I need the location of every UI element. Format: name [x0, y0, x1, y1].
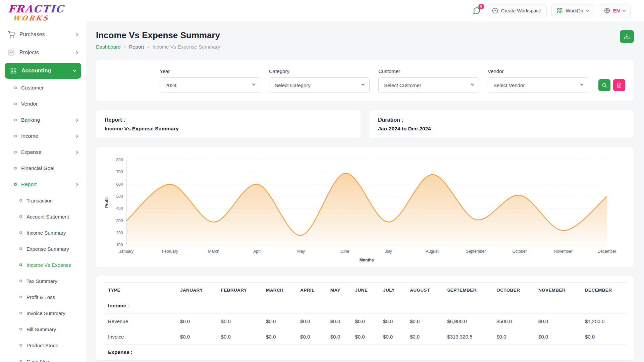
sidebar-item-invoice-summary[interactable]: Invoice Summary: [0, 305, 86, 321]
column-header-february: FEBRUARY: [216, 282, 261, 298]
sidebar-item-profit-loss[interactable]: Profit & Loss: [0, 289, 86, 305]
sidebar-item-purchases[interactable]: Purchases: [0, 25, 86, 44]
plus-circle-icon: [492, 8, 498, 14]
table-section-row: Expense :: [103, 344, 627, 360]
sidebar-item-report[interactable]: Report: [0, 176, 86, 192]
sidebar-item-projects[interactable]: Projects: [0, 44, 86, 62]
income-expense-table-card: TYPEJANUARYFEBRUARYMARCHAPRILMAYJUNEJULY…: [96, 276, 634, 360]
value-cell: $6,900.0: [442, 313, 492, 329]
search-button[interactable]: [598, 79, 610, 91]
sidebar-item-transaction[interactable]: Transaction: [0, 192, 86, 208]
sidebar-item-cash-flow[interactable]: Cash Flow: [0, 353, 86, 362]
sidebar-item-income-summary[interactable]: Income Summary: [0, 225, 86, 241]
bullet-icon: [19, 199, 22, 202]
sidebar-item-product-stock[interactable]: Product Stock: [0, 337, 86, 353]
bullet-icon: [19, 360, 22, 362]
vendor-label: Vendor: [488, 68, 588, 74]
breadcrumb-current: Income Vs Expense Summary: [152, 44, 220, 50]
breadcrumb-report[interactable]: Report: [129, 44, 144, 50]
sidebar-item-label: Transaction: [26, 198, 53, 203]
bullet-icon: [14, 167, 17, 170]
value-cell: $0.0: [580, 329, 627, 344]
sidebar-item-vendor[interactable]: Vendor: [0, 96, 86, 112]
sidebar-item-tax-summary[interactable]: Tax Summary: [0, 273, 86, 289]
sidebar-item-expense[interactable]: Expense: [0, 144, 86, 160]
chevron-down-icon: [73, 69, 76, 72]
value-cell: $0.0: [405, 313, 442, 329]
section-title: Income :: [103, 298, 627, 313]
column-header-july: JULY: [378, 282, 405, 298]
sidebar-item-label: Purchases: [19, 32, 45, 38]
breadcrumb: Dashboard › Report › Income Vs Expense S…: [96, 44, 220, 50]
sidebar-item-income[interactable]: Income: [0, 128, 86, 144]
column-header-january: JANUARY: [175, 282, 216, 298]
chevron-down-icon: [471, 82, 474, 86]
breadcrumb-dashboard[interactable]: Dashboard: [96, 44, 120, 50]
customer-select[interactable]: Select Customer: [378, 77, 479, 93]
value-cell: $0.0: [326, 329, 351, 344]
language-label: EN: [613, 8, 620, 13]
grid-icon: [557, 8, 563, 14]
value-cell: $0.0: [261, 313, 296, 329]
section-title: Expense :: [103, 344, 627, 360]
bullet-icon: [19, 231, 22, 234]
bullet-icon: [19, 215, 22, 218]
sidebar-item-expense-summary[interactable]: Expense Summary: [0, 241, 86, 257]
y-tick-label: 400: [116, 206, 123, 211]
x-tick-label: December: [598, 249, 616, 254]
sidebar-item-banking[interactable]: Banking: [0, 112, 86, 128]
search-icon: [602, 82, 607, 88]
chevron-down-icon: [586, 9, 589, 12]
create-workspace-label: Create Workspace: [501, 8, 541, 13]
summary-cards: Report : Income Vs Expense Summary Durat…: [96, 110, 634, 138]
vendor-select-value: Select Vendor: [493, 82, 525, 88]
value-cell: $0.0: [351, 313, 378, 329]
sidebar-item-account-statement[interactable]: Account Statement: [0, 208, 86, 225]
x-tick-label: July: [385, 249, 392, 254]
sidebar-item-financial-goal[interactable]: Financial Goal: [0, 160, 86, 176]
reset-button[interactable]: [613, 79, 625, 91]
vendor-select[interactable]: Select Vendor: [488, 77, 588, 93]
sidebar-item-label: Expense Summary: [26, 246, 69, 252]
filter-vendor: Vendor Select Vendor: [488, 68, 588, 93]
bullet-icon: [19, 247, 22, 250]
customer-select-value: Select Customer: [384, 82, 421, 88]
sidebar-item-income-vs-expense[interactable]: Income Vs Expense: [0, 257, 86, 273]
globe-icon: [604, 8, 610, 14]
workdo-label: WorkDo: [566, 8, 583, 13]
sidebar-item-label: Account Statement: [26, 214, 69, 220]
value-cell: $313,320.5: [442, 329, 492, 344]
value-cell: $0.0: [175, 313, 216, 329]
bullet-icon: [19, 263, 22, 266]
accounting-submenu: CustomerVendorBankingIncomeExpenseFinanc…: [0, 80, 86, 362]
value-cell: $0.0: [534, 313, 580, 329]
breadcrumb-separator: ›: [124, 44, 125, 50]
y-axis-title: Profit: [104, 197, 109, 208]
download-report-button[interactable]: [620, 30, 634, 43]
report-label: Report :: [105, 117, 352, 123]
value-cell: $0.0: [261, 329, 296, 344]
sidebar-item-label: Customer: [21, 85, 44, 91]
value-cell: $1,200.0: [580, 313, 627, 329]
messages-button[interactable]: 0: [471, 5, 482, 16]
column-header-may: MAY: [326, 282, 351, 298]
brand-logo[interactable]: FRACTIC WORKS: [0, 0, 86, 24]
sidebar-item-customer[interactable]: Customer: [0, 80, 86, 96]
x-tick-label: January: [119, 249, 134, 254]
bullet-icon: [14, 135, 17, 137]
y-tick-label: 500: [116, 194, 123, 199]
sidebar-item-label: Bill Summary: [26, 326, 56, 332]
sidebar-item-bill-summary[interactable]: Bill Summary: [0, 321, 86, 337]
workdo-menu-button[interactable]: WorkDo: [551, 4, 594, 17]
category-select[interactable]: Select Category: [269, 77, 370, 93]
year-select[interactable]: 2024: [160, 77, 260, 93]
filter-customer: Customer Select Customer: [378, 68, 479, 93]
y-tick-label: 600: [116, 182, 123, 187]
report-summary-card: Report : Income Vs Expense Summary: [96, 110, 361, 138]
column-header-june: JUNE: [351, 282, 378, 298]
create-workspace-button[interactable]: Create Workspace: [487, 4, 547, 17]
language-selector[interactable]: EN: [599, 4, 631, 17]
sidebar-item-accounting[interactable]: Accounting: [5, 63, 81, 79]
sidebar-item-label: Projects: [19, 50, 39, 56]
sidebar-item-label: Profit & Loss: [26, 294, 55, 300]
